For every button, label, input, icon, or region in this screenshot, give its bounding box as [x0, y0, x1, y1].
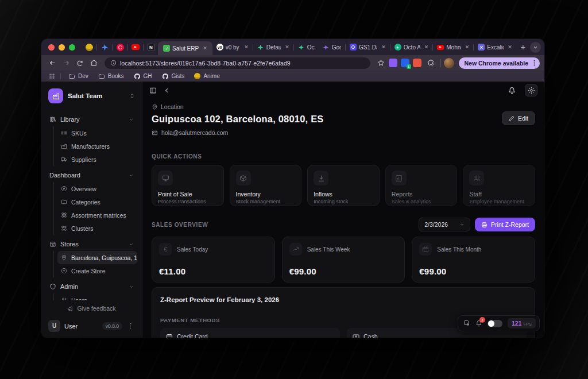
- give-feedback-button[interactable]: Give feedback: [46, 300, 137, 316]
- dev-bell-icon[interactable]: 7: [475, 320, 482, 327]
- quick-action-inflows[interactable]: Inflows Incoming stock: [307, 165, 380, 206]
- sidebar-item-assortment-matrices[interactable]: Assortment matrices: [57, 208, 137, 222]
- print-z-report-button[interactable]: Print Z-Report: [475, 218, 535, 231]
- quick-action-title: Point of Sale: [158, 191, 218, 198]
- pinned-tab-blue-spark-icon[interactable]: [98, 44, 111, 51]
- minimize-window-button[interactable]: [59, 44, 65, 51]
- fullscreen-window-button[interactable]: [69, 44, 75, 51]
- sidebar-item-create-store[interactable]: Create Store: [57, 264, 137, 277]
- tab-close-icon[interactable]: ✕: [244, 44, 249, 50]
- tab-v0[interactable]: v0 v0 by Verc ✕: [212, 39, 253, 55]
- chrome-menu-icon[interactable]: ⋮: [531, 59, 537, 67]
- tab-default-pr[interactable]: Default Pr ✕: [253, 39, 293, 55]
- sidebar-item-suppliers[interactable]: Suppliers: [57, 153, 137, 166]
- chrome-update-button[interactable]: New Chrome available ⋮: [459, 57, 540, 69]
- tab-close-icon[interactable]: ✕: [381, 44, 386, 50]
- sidebar-toggle-icon[interactable]: [149, 87, 157, 94]
- inspect-icon[interactable]: [463, 320, 470, 327]
- back-button[interactable]: [46, 57, 59, 69]
- extension-blue-icon[interactable]: 1: [401, 59, 409, 67]
- back-chevron-icon[interactable]: [164, 87, 170, 94]
- tab-close-icon[interactable]: ✕: [465, 44, 470, 50]
- tab-close-icon[interactable]: ✕: [424, 44, 429, 50]
- quick-action-subtitle: Incoming stock: [314, 199, 373, 204]
- pinned-tab-separator: [127, 44, 128, 51]
- quick-action-point-of-sale[interactable]: Point of Sale Process transactions: [152, 165, 224, 206]
- tab-salut-erp[interactable]: Salut ERP ✕: [158, 41, 212, 55]
- home-button[interactable]: [87, 57, 100, 69]
- sidebar-section-library[interactable]: Library: [46, 113, 137, 126]
- extension-orange-icon[interactable]: [413, 59, 421, 67]
- user-menu[interactable]: U User v0.8.0 ⋮: [46, 316, 137, 333]
- anime-favicon: [194, 73, 200, 79]
- quick-actions-grid: Point of Sale Process transactions Inven…: [152, 165, 535, 206]
- new-tab-button[interactable]: +: [516, 42, 530, 52]
- bookmark-star-icon[interactable]: [375, 57, 388, 69]
- reload-button[interactable]: [74, 57, 86, 69]
- sidebar-item-skus[interactable]: SKUs: [57, 126, 137, 140]
- address-bar[interactable]: localhost:5173/stores/019c17a6-3bd8-7ba0…: [105, 57, 370, 69]
- tab-mohnish[interactable]: Mohnish P ✕: [433, 39, 473, 55]
- pinned-tab-youtube-icon[interactable]: [129, 44, 142, 50]
- bookmark-folder-dev[interactable]: Dev: [65, 73, 92, 80]
- forward-button[interactable]: [60, 57, 72, 69]
- tab-excalidraw[interactable]: Excalidraw ✕: [474, 39, 516, 55]
- tab-label: GS1 Datab: [359, 44, 377, 51]
- sidebar-item-clusters[interactable]: Clusters: [57, 222, 137, 235]
- sidebar-section-dashboard[interactable]: Dashboard: [46, 168, 137, 182]
- pinned-tab-yellow-icon[interactable]: [82, 44, 96, 51]
- edit-button[interactable]: Edit: [502, 111, 535, 125]
- user-menu-dots-icon[interactable]: ⋮: [126, 322, 135, 330]
- sidebar-section-stores[interactable]: Stores: [46, 237, 137, 251]
- chevron-down-icon: [459, 222, 465, 227]
- quick-action-inventory[interactable]: Inventory Stock management: [230, 165, 302, 206]
- close-window-button[interactable]: [48, 44, 55, 51]
- tab-octo-api[interactable]: Octo API ✕: [390, 39, 432, 55]
- tab-label: Octo: [307, 44, 315, 51]
- scan-toggle[interactable]: [488, 320, 502, 327]
- sidebar-section-admin[interactable]: Admin: [46, 280, 137, 293]
- tab-close-icon[interactable]: ✕: [508, 44, 512, 50]
- sidebar-item-manufacturers[interactable]: Manufacturers: [57, 140, 137, 153]
- date-select[interactable]: 2/3/2026: [419, 218, 470, 231]
- extension-purple-icon[interactable]: [389, 59, 397, 67]
- bookmark-label: Gists: [172, 73, 185, 79]
- tab-search-button[interactable]: [530, 42, 541, 53]
- browser-window: N Salut ERP ✕ v0 v0 by Verc ✕ Default Pr…: [41, 39, 544, 338]
- sidebar-item-users[interactable]: Users: [57, 293, 137, 300]
- section-label: Dashboard: [49, 172, 80, 179]
- folder-icon: [61, 199, 67, 205]
- sales-overview-title: SALES OVERVIEW: [152, 222, 208, 228]
- sidebar-item-barcelona-store[interactable]: Barcelona, Guipuscoa, 102: [57, 251, 137, 264]
- extensions-puzzle-icon[interactable]: [425, 57, 438, 69]
- quick-action-subtitle: Stock management: [236, 199, 296, 204]
- tab-close-icon[interactable]: ✕: [285, 44, 289, 50]
- bookmark-gh[interactable]: GH: [130, 73, 156, 80]
- bookmark-gists[interactable]: Gists: [158, 73, 188, 80]
- library-icon: [49, 116, 56, 123]
- site-info-icon[interactable]: [110, 60, 117, 66]
- library-items: SKUs Manufacturers Suppliers: [53, 126, 137, 166]
- quick-action-reports[interactable]: Reports Sales & analytics: [385, 165, 458, 206]
- pinned-tab-notion-icon[interactable]: N: [144, 44, 158, 51]
- settings-gear-button[interactable]: [525, 84, 537, 96]
- pos-terminal-icon: [158, 171, 173, 185]
- bookmark-anime[interactable]: Anime: [191, 73, 223, 79]
- profile-avatar[interactable]: [444, 58, 454, 68]
- location-header: Location Guipuscoa 102, Barcelona, 08010…: [152, 103, 535, 136]
- stat-value: €11.00: [159, 266, 268, 276]
- toolbar-separator: [440, 59, 441, 67]
- tab-octo[interactable]: Octo: [294, 39, 319, 55]
- notifications-bell-button[interactable]: [505, 84, 518, 96]
- pinned-tab-youtube-music-icon[interactable]: [113, 44, 127, 51]
- sidebar-item-categories[interactable]: Categories: [57, 195, 137, 208]
- tab-goog[interactable]: Goog: [319, 39, 345, 55]
- apps-grid-icon[interactable]: [47, 72, 56, 81]
- tab-gs1[interactable]: GS1 Datab ✕: [346, 39, 390, 55]
- team-switcher[interactable]: Salut Team: [46, 87, 137, 109]
- tab-close-icon[interactable]: ✕: [203, 45, 207, 51]
- bookmark-folder-books[interactable]: Books: [95, 73, 127, 80]
- sidebar-item-overview[interactable]: Overview: [57, 182, 137, 195]
- quick-action-staff[interactable]: Staff Employee management: [463, 165, 535, 206]
- folder-icon: [98, 73, 105, 80]
